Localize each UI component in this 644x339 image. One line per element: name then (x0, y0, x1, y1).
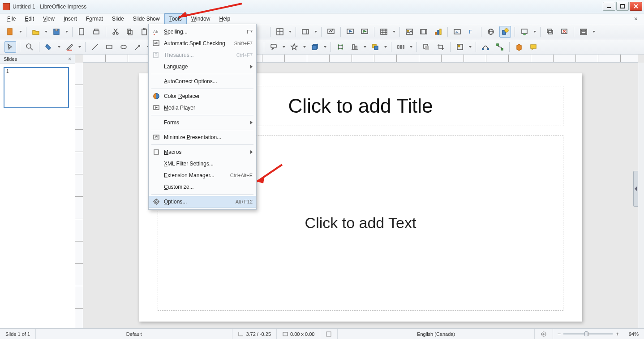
copy-icon[interactable] (124, 26, 136, 38)
zoom-percent[interactable]: 94% (623, 329, 644, 339)
status-language[interactable]: English (Canada) (338, 329, 534, 339)
menu-options[interactable]: Options... Alt+F12 (149, 196, 256, 208)
insert-comment-icon[interactable] (528, 41, 539, 53)
print-icon[interactable] (90, 26, 102, 38)
slides-panel-body[interactable]: 1 (0, 64, 75, 338)
display-grid-icon[interactable] (274, 26, 286, 38)
points-edit-icon[interactable] (480, 41, 491, 53)
minimize-button[interactable] (603, 2, 615, 11)
start-from-current-icon[interactable] (359, 26, 370, 38)
export-pdf-icon[interactable] (76, 26, 88, 38)
3d-dropdown[interactable] (323, 46, 327, 48)
display-views-dropdown[interactable] (314, 31, 318, 33)
crop-icon[interactable] (435, 41, 447, 53)
menu-tools[interactable]: Tools (164, 13, 187, 24)
fill-color-dropdown[interactable] (57, 46, 61, 48)
new-dropdown[interactable] (19, 31, 22, 33)
display-grid-dropdown[interactable] (288, 31, 292, 33)
menu-view[interactable]: View (39, 13, 59, 24)
start-from-first-icon[interactable] (344, 26, 356, 38)
callout-dropdown[interactable] (282, 46, 286, 48)
fill-color-icon[interactable] (43, 41, 55, 53)
shadow-icon[interactable] (421, 41, 432, 53)
close-button[interactable] (630, 2, 642, 11)
open-icon[interactable] (30, 26, 42, 38)
zoom-in-icon[interactable]: + (615, 331, 619, 337)
menu-slideshow[interactable]: Slide Show (129, 13, 164, 24)
filter-dropdown[interactable] (468, 46, 472, 48)
cut-icon[interactable] (110, 26, 121, 38)
table-dropdown[interactable] (392, 31, 396, 33)
line-color-icon[interactable] (64, 41, 75, 53)
slide-thumbnail-1[interactable]: 1 (4, 67, 69, 108)
slide-layout-dropdown[interactable] (592, 31, 596, 33)
show-draw-functions-icon[interactable] (499, 26, 511, 38)
line-color-dropdown[interactable] (78, 46, 82, 48)
line-tool-icon[interactable] (89, 41, 101, 53)
new-slide-dropdown[interactable] (533, 31, 537, 33)
arrange-dropdown[interactable] (384, 46, 387, 48)
display-views-icon[interactable] (300, 26, 311, 38)
menu-slide[interactable]: Slide (107, 13, 129, 24)
sidebar-grip[interactable] (633, 171, 638, 207)
insert-chart-icon[interactable] (432, 26, 444, 38)
open-dropdown[interactable] (44, 31, 48, 33)
status-fit-page[interactable] (535, 329, 553, 339)
menu-language[interactable]: Language (149, 61, 256, 72)
maximize-button[interactable] (616, 2, 629, 11)
duplicate-slide-icon[interactable] (544, 26, 556, 38)
slides-panel-close-icon[interactable]: × (68, 56, 71, 62)
align-objects-icon[interactable] (349, 41, 361, 53)
insert-fontwork-icon[interactable]: F (466, 26, 477, 38)
insert-table-icon[interactable] (378, 26, 390, 38)
ellipse-tool-icon[interactable] (118, 41, 129, 53)
menu-customize[interactable]: Customize... (149, 181, 256, 193)
menu-forms[interactable]: Forms (149, 117, 256, 128)
insert-image-icon[interactable] (404, 26, 415, 38)
zoom-out-icon[interactable]: − (558, 331, 561, 337)
menu-auto-spell[interactable]: Ab Automatic Spell Checking Shift+F7 (149, 38, 256, 49)
zoom-knob[interactable] (584, 331, 588, 336)
callout-icon[interactable] (268, 41, 279, 53)
menu-autocorrect[interactable]: AutoCorrect Options... (149, 76, 256, 87)
arrow-line-icon[interactable] (132, 41, 144, 53)
menu-xml-filter[interactable]: XML Filter Settings... (149, 158, 256, 170)
rotate-icon[interactable] (335, 41, 346, 53)
menu-edit[interactable]: Edit (20, 13, 39, 24)
status-signature[interactable] (320, 329, 338, 339)
select-tool-icon[interactable] (4, 41, 16, 53)
menu-macros[interactable]: Macros (149, 146, 256, 158)
menu-window[interactable]: Window (187, 13, 215, 24)
rect-tool-icon[interactable] (103, 41, 115, 53)
new-doc-icon[interactable] (4, 26, 16, 38)
vertical-scrollbar[interactable] (638, 63, 644, 332)
3d-objects-icon[interactable] (309, 41, 321, 53)
distribute-dropdown[interactable] (409, 46, 413, 48)
new-slide-icon[interactable] (519, 26, 530, 38)
menu-insert[interactable]: Insert (59, 13, 82, 24)
menu-help[interactable]: Help (215, 13, 235, 24)
menu-file[interactable]: File (3, 13, 20, 24)
menu-spelling[interactable]: Ab Spelling... F7 (149, 26, 256, 38)
menu-minimize-presentation[interactable]: Minimize Presentation... (149, 131, 256, 143)
zoom-slider[interactable]: − + (553, 331, 623, 337)
zoom-tool-icon[interactable] (24, 41, 35, 53)
menu-format[interactable]: Format (82, 13, 107, 24)
star-icon[interactable] (288, 41, 300, 53)
insert-hyperlink-icon[interactable] (485, 26, 497, 38)
delete-slide-icon[interactable] (558, 26, 570, 38)
extrusion-icon[interactable] (513, 41, 525, 53)
star-dropdown[interactable] (303, 46, 306, 48)
menu-color-replacer[interactable]: Color Replacer (149, 90, 256, 102)
master-slide-icon[interactable] (325, 26, 337, 38)
slide-layout-icon[interactable] (578, 26, 589, 38)
insert-textbox-icon[interactable]: A (451, 26, 463, 38)
menu-media-player[interactable]: Media Player (149, 102, 256, 114)
save-icon[interactable] (51, 26, 62, 38)
arrange-icon[interactable] (369, 41, 381, 53)
save-dropdown[interactable] (65, 31, 69, 33)
gluepoints-icon[interactable] (494, 41, 506, 53)
close-doc-button[interactable]: × (631, 13, 641, 24)
filter-icon[interactable] (454, 41, 466, 53)
distribute-icon[interactable] (395, 41, 407, 53)
